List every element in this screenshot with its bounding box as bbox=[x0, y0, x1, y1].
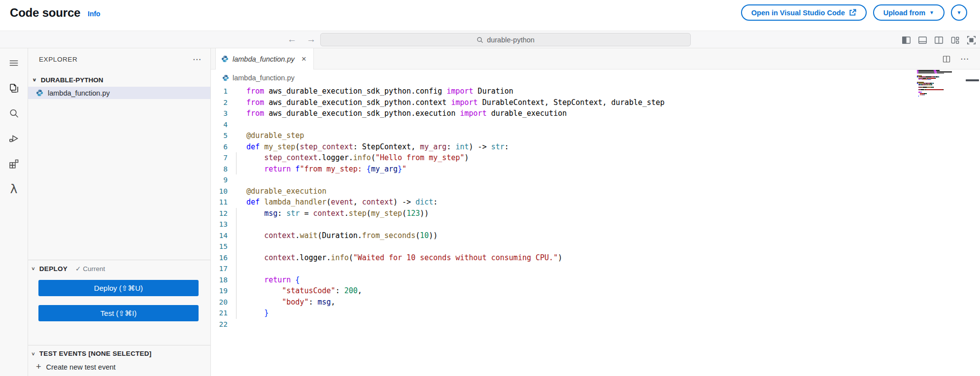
line-number: 19 bbox=[211, 285, 228, 297]
code-line[interactable]: 2from aws_durable_execution_sdk_python.c… bbox=[211, 97, 980, 108]
header-actions: Open in Visual Studio Code Upload from ▼… bbox=[741, 4, 967, 21]
code-line[interactable]: 8 return f"from my_step: {my_arg}" bbox=[211, 164, 980, 175]
code-line-content: from aws_durable_execution_sdk_python.ex… bbox=[228, 108, 567, 119]
code-line[interactable]: 11def lambda_handler(event, context) -> … bbox=[211, 197, 980, 208]
menu-icon[interactable] bbox=[7, 57, 20, 69]
code-line[interactable]: 9 bbox=[211, 174, 980, 186]
toggle-panel-icon[interactable] bbox=[918, 35, 927, 45]
code-line[interactable]: 16 context.logger.info("Waited for 10 se… bbox=[211, 252, 980, 264]
explorer-title: EXPLORER bbox=[39, 56, 77, 63]
line-number: 9 bbox=[211, 174, 228, 186]
code-line[interactable]: 22 bbox=[211, 319, 980, 330]
test-events-header[interactable]: ∨ TEST EVENTS [NONE SELECTED] bbox=[28, 345, 210, 359]
editor-toolbar: ← → durable-python bbox=[0, 31, 980, 48]
code-line[interactable]: 6def my_step(step_context: StepContext, … bbox=[211, 141, 980, 153]
code-line[interactable]: 5@durable_step bbox=[211, 130, 980, 141]
line-number: 18 bbox=[211, 274, 228, 286]
upload-from-label: Upload from bbox=[883, 9, 925, 17]
history-nav: ← → bbox=[287, 31, 316, 48]
code-line[interactable]: 20 "body": msg, bbox=[211, 297, 980, 308]
search-input[interactable]: durable-python bbox=[320, 33, 691, 46]
code-line[interactable]: 1from aws_durable_execution_sdk_python.c… bbox=[211, 86, 980, 97]
deploy-section-header[interactable]: ∨ DEPLOY ✓ Current bbox=[28, 260, 210, 274]
code-line-content: from aws_durable_execution_sdk_python.co… bbox=[228, 97, 665, 108]
line-number: 11 bbox=[211, 197, 228, 208]
fullscreen-icon[interactable] bbox=[967, 35, 976, 45]
line-number: 16 bbox=[211, 252, 228, 264]
code-line-content bbox=[228, 119, 246, 131]
editor-group: lambda_function.py × ⋯ lambda_function.p… bbox=[211, 48, 980, 376]
line-number: 12 bbox=[211, 208, 228, 219]
extensions-icon[interactable] bbox=[7, 157, 20, 170]
tab-label: lambda_function.py bbox=[233, 55, 295, 63]
search-icon bbox=[476, 36, 483, 43]
minimap[interactable] bbox=[917, 70, 952, 100]
more-actions-icon[interactable]: ⋯ bbox=[960, 54, 969, 64]
test-events-title: TEST EVENTS [NONE SELECTED] bbox=[39, 350, 152, 357]
header-more-actions-button[interactable]: ▼ bbox=[951, 4, 967, 21]
explorer-more-actions-icon[interactable]: ⋯ bbox=[193, 54, 202, 65]
code-line-content: def my_step(step_context: StepContext, m… bbox=[228, 141, 509, 153]
code-line[interactable]: 3from aws_durable_execution_sdk_python.e… bbox=[211, 108, 980, 119]
line-number: 3 bbox=[211, 108, 228, 119]
back-icon[interactable]: ← bbox=[287, 34, 297, 45]
code-line[interactable]: 17 bbox=[211, 263, 980, 274]
python-file-icon bbox=[222, 74, 229, 81]
line-number: 8 bbox=[211, 164, 228, 175]
workbench: λ EXPLORER ⋯ ∨ DURABLE-PYTHON lambda_fu bbox=[0, 48, 980, 376]
search-value: durable-python bbox=[487, 36, 535, 44]
code-line[interactable]: 18 return { bbox=[211, 274, 980, 286]
code-line[interactable]: 13 bbox=[211, 219, 980, 230]
close-tab-icon[interactable]: × bbox=[302, 55, 306, 63]
upload-from-button[interactable]: Upload from ▼ bbox=[873, 4, 945, 21]
code-line[interactable]: 4 bbox=[211, 119, 980, 131]
line-number: 22 bbox=[211, 319, 228, 330]
code-line[interactable]: 10@durable_execution bbox=[211, 186, 980, 197]
code-line-content: @durable_step bbox=[228, 130, 304, 141]
create-test-event-button[interactable]: + Create new test event bbox=[28, 362, 210, 372]
split-editor-icon[interactable] bbox=[934, 35, 944, 45]
caret-down-icon: ▼ bbox=[957, 10, 962, 15]
code-line[interactable]: 7 step_context.logger.info("Hello from m… bbox=[211, 152, 980, 164]
breadcrumb[interactable]: lambda_function.py bbox=[211, 69, 980, 86]
code-line[interactable]: 12 msg: str = context.step(my_step(123)) bbox=[211, 208, 980, 219]
activity-bar: λ bbox=[0, 48, 28, 376]
info-link[interactable]: Info bbox=[88, 10, 101, 18]
search-icon[interactable] bbox=[7, 107, 20, 120]
line-number: 2 bbox=[211, 97, 228, 108]
code-line-content bbox=[228, 319, 246, 330]
forward-icon[interactable]: → bbox=[306, 34, 316, 45]
scrollbar-thumb[interactable] bbox=[966, 79, 979, 81]
code-line[interactable]: 21 } bbox=[211, 308, 980, 319]
test-button[interactable]: Test (⇧⌘I) bbox=[38, 305, 199, 321]
code-line-content bbox=[228, 174, 246, 186]
line-number: 15 bbox=[211, 241, 228, 252]
tree-file-lambda-function[interactable]: lambda_function.py bbox=[28, 87, 210, 99]
plus-icon: + bbox=[36, 362, 41, 372]
code-line[interactable]: 14 context.wait(Duration.from_seconds(10… bbox=[211, 230, 980, 241]
folder-name: DURABLE-PYTHON bbox=[41, 76, 103, 84]
toggle-sidebar-icon[interactable] bbox=[902, 35, 911, 45]
tree-folder-durable-python[interactable]: ∨ DURABLE-PYTHON bbox=[28, 74, 210, 86]
chevron-down-icon: ∨ bbox=[31, 266, 35, 271]
explorer-panel: EXPLORER ⋯ ∨ DURABLE-PYTHON lambda_funct… bbox=[28, 48, 210, 260]
page-title: Code source bbox=[10, 6, 80, 20]
code-line-content bbox=[228, 241, 246, 252]
create-test-event-label: Create new test event bbox=[46, 363, 116, 371]
tab-bar: lambda_function.py × ⋯ bbox=[211, 48, 980, 69]
explorer-icon[interactable] bbox=[7, 82, 20, 95]
split-editor-icon[interactable] bbox=[943, 55, 950, 63]
tab-lambda-function[interactable]: lambda_function.py × bbox=[215, 48, 314, 69]
code-line[interactable]: 19 "statusCode": 200, bbox=[211, 285, 980, 297]
code-line[interactable]: 15 bbox=[211, 241, 980, 252]
code-line-content: } bbox=[228, 308, 269, 319]
open-in-vscode-button[interactable]: Open in Visual Studio Code bbox=[741, 4, 867, 21]
aws-lambda-icon[interactable]: λ bbox=[7, 182, 20, 195]
console-header: Code source Info Open in Visual Studio C… bbox=[0, 0, 980, 31]
sidebar: EXPLORER ⋯ ∨ DURABLE-PYTHON lambda_funct… bbox=[28, 48, 211, 376]
code-editor[interactable]: 1from aws_durable_execution_sdk_python.c… bbox=[211, 86, 980, 330]
line-number: 1 bbox=[211, 86, 228, 97]
deploy-button[interactable]: Deploy (⇧⌘U) bbox=[38, 280, 199, 296]
customize-layout-icon[interactable] bbox=[950, 35, 960, 45]
run-debug-icon[interactable] bbox=[7, 132, 20, 145]
